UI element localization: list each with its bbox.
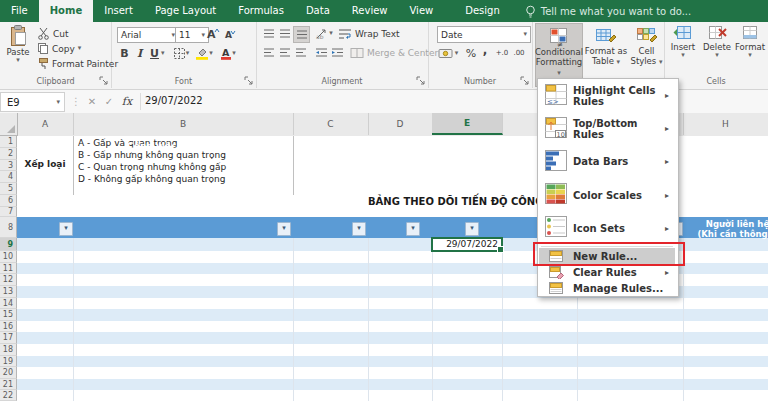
- filter-button-muc-do[interactable]: ▾: [352, 222, 366, 236]
- tab-page-layout[interactable]: Page Layout: [144, 0, 227, 22]
- row-header-2[interactable]: 2: [0, 148, 17, 160]
- accounting-format-button[interactable]: ▾: [436, 46, 460, 61]
- copy-button[interactable]: Copy▾: [37, 42, 81, 55]
- fill-handle[interactable]: [497, 246, 504, 253]
- tab-view[interactable]: View: [399, 0, 445, 22]
- table-band-row-19[interactable]: [17, 356, 768, 367]
- row-header-11[interactable]: 11: [0, 263, 17, 274]
- header-deadline[interactable]: Deadline: [428, 136, 466, 157]
- menu-item-data-bars[interactable]: Data Bars▸: [539, 145, 675, 178]
- font-color-button[interactable]: A▾: [217, 45, 239, 61]
- orientation-button[interactable]: ab▾: [314, 26, 334, 41]
- formula-bar-input[interactable]: 29/07/2022: [145, 92, 203, 110]
- menu-item-highlight-cells-rules[interactable]: ≤>Highlight Cells Rules▸: [539, 79, 675, 112]
- format-painter-button[interactable]: Format Painter: [37, 57, 118, 70]
- clipboard-dialog-launcher[interactable]: [99, 76, 108, 85]
- name-box[interactable]: E9 ▾: [0, 92, 65, 112]
- row-header-16[interactable]: 16: [0, 321, 17, 332]
- select-all-corner[interactable]: [0, 113, 18, 136]
- font-dialog-launcher[interactable]: [244, 76, 253, 85]
- tab-insert[interactable]: Insert: [93, 0, 144, 22]
- cell-styles-button[interactable]: Cell Styles ▾: [630, 23, 663, 85]
- menu-item-top-bottom-rules[interactable]: 10Top/Bottom Rules▸: [539, 112, 675, 145]
- header-nguoi-lien-he-line2[interactable]: (Khi cần thông ti: [685, 229, 768, 239]
- decrease-indent-button[interactable]: [314, 45, 329, 60]
- row-header-1[interactable]: 1: [0, 136, 17, 148]
- selected-cell-e9[interactable]: 29/07/2022: [431, 237, 503, 252]
- header-nguoi-lien-he-line1[interactable]: Người liên hệ: [685, 219, 768, 229]
- percent-style-button[interactable]: %: [464, 45, 478, 61]
- column-header-E[interactable]: E: [432, 113, 503, 135]
- column-header-H[interactable]: H: [683, 113, 768, 135]
- insert-function-button[interactable]: fx: [119, 92, 135, 110]
- tab-formulas[interactable]: Formulas: [227, 0, 295, 22]
- row-header-3[interactable]: 3: [0, 160, 17, 171]
- filter-button-mang[interactable]: ▾: [59, 222, 73, 236]
- table-band-row-21[interactable]: [17, 379, 768, 390]
- fill-color-button[interactable]: ▾: [193, 45, 215, 61]
- align-top-button[interactable]: [261, 26, 276, 41]
- grow-font-button[interactable]: A: [205, 26, 221, 42]
- insert-cells-button[interactable]: Insert▾: [668, 24, 698, 78]
- filter-button-xep-loai[interactable]: ▾: [406, 222, 420, 236]
- tell-me-box[interactable]: Tell me what you want to do...: [525, 0, 691, 22]
- menu-item-clear-rules[interactable]: Clear Rules▸: [539, 264, 675, 280]
- tab-file[interactable]: File: [0, 0, 39, 22]
- delete-cells-button[interactable]: Delete▾: [702, 24, 732, 78]
- tab-data[interactable]: Data: [295, 0, 341, 22]
- header-muc-do[interactable]: Mức độ: [293, 136, 351, 157]
- cancel-entry-button[interactable]: ✕: [84, 92, 100, 110]
- number-dialog-launcher[interactable]: [520, 76, 529, 85]
- comma-style-button[interactable]: ,: [480, 42, 490, 58]
- paste-dropdown-arrow-icon[interactable]: ▾: [16, 57, 20, 64]
- tab-review[interactable]: Review: [341, 0, 399, 22]
- column-header-A[interactable]: A: [17, 113, 74, 135]
- underline-button[interactable]: U: [148, 45, 161, 61]
- align-bottom-button[interactable]: [293, 26, 310, 43]
- decrease-decimal-button[interactable]: .00: [511, 46, 527, 60]
- filter-button-cong-viec[interactable]: ▾: [277, 222, 291, 236]
- row-header-21[interactable]: 21: [0, 379, 17, 390]
- tab-design[interactable]: Design: [454, 0, 511, 22]
- row-header-7[interactable]: 7: [0, 207, 17, 217]
- row-header-20[interactable]: 20: [0, 367, 17, 379]
- confirm-entry-button[interactable]: ✓: [101, 92, 117, 110]
- row-header-13[interactable]: 13: [0, 286, 17, 298]
- increase-decimal-button[interactable]: +.0: [494, 46, 510, 60]
- align-right-button[interactable]: [293, 45, 308, 60]
- number-format-combo[interactable]: Date▾: [437, 26, 531, 43]
- alignment-dialog-launcher[interactable]: [416, 76, 425, 85]
- row-header-4[interactable]: 4: [0, 171, 17, 183]
- format-cells-button[interactable]: Format▾: [735, 24, 765, 78]
- format-as-table-button[interactable]: Format as Table ▾: [584, 23, 628, 85]
- row-header-15[interactable]: 15: [0, 309, 17, 321]
- cell-b3[interactable]: C - Quan trọng nhưng không gấp: [78, 161, 226, 173]
- shrink-font-button[interactable]: A: [222, 26, 238, 42]
- table-band-row-15[interactable]: [17, 309, 768, 321]
- tab-home[interactable]: Home: [39, 0, 93, 22]
- align-center-button[interactable]: [277, 45, 292, 60]
- borders-button[interactable]: ▾: [171, 45, 191, 61]
- header-cong-viec[interactable]: Công việc cần làm: [73, 136, 273, 157]
- row-header-18[interactable]: 18: [0, 344, 17, 356]
- row-header-10[interactable]: 10: [0, 251, 17, 263]
- row-header-22[interactable]: 22: [0, 390, 17, 401]
- align-left-button[interactable]: [261, 45, 276, 60]
- row-header-5[interactable]: 5: [0, 183, 17, 195]
- row-header-9[interactable]: 9: [0, 238, 17, 251]
- font-size-combo[interactable]: 11▾: [175, 27, 209, 43]
- filter-button-deadline[interactable]: ▾: [465, 222, 479, 236]
- column-header-C[interactable]: C: [293, 113, 369, 135]
- name-box-dropdown-arrow-icon[interactable]: ▾: [56, 99, 64, 106]
- table-band-row-17[interactable]: [17, 332, 768, 344]
- row-header-8[interactable]: 8: [0, 217, 17, 238]
- cut-button[interactable]: Cut: [37, 27, 69, 40]
- header-mang[interactable]: Mảng: [17, 136, 61, 157]
- row-header-6[interactable]: 6: [0, 195, 17, 207]
- column-header-B[interactable]: B: [73, 113, 294, 135]
- font-name-combo[interactable]: Arial▾: [117, 27, 179, 43]
- column-header-D[interactable]: D: [368, 113, 433, 135]
- increase-indent-button[interactable]: [330, 45, 345, 60]
- row-header-19[interactable]: 19: [0, 356, 17, 367]
- cell-a1-xep-loai[interactable]: Xếp loại: [17, 158, 73, 170]
